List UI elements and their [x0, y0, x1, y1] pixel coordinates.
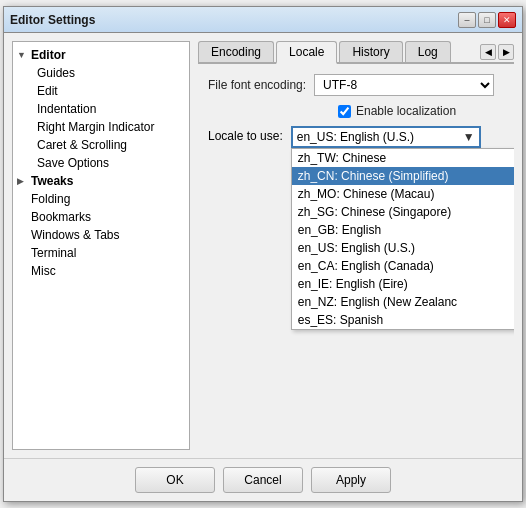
tree-label-caret: Caret & Scrolling [37, 138, 127, 152]
tree-item-terminal[interactable]: Terminal [13, 244, 189, 262]
tree-label-folding: Folding [31, 192, 70, 206]
locale-option-en-nz[interactable]: en_NZ: English (New Zealanc [292, 293, 514, 311]
button-bar: OK Cancel Apply [4, 458, 522, 501]
tree-label-tweaks: Tweaks [31, 174, 73, 188]
locale-option-en-us[interactable]: en_US: English (U.S.) [292, 239, 514, 257]
apply-button[interactable]: Apply [311, 467, 391, 493]
tree-label-terminal: Terminal [31, 246, 76, 260]
close-button[interactable]: ✕ [498, 12, 516, 28]
locale-option-zh-mo[interactable]: zh_MO: Chinese (Macau) [292, 185, 514, 203]
tree-item-misc[interactable]: Misc [13, 262, 189, 280]
ok-button[interactable]: OK [135, 467, 215, 493]
tree-label-bookmarks: Bookmarks [31, 210, 91, 224]
tab-log[interactable]: Log [405, 41, 451, 62]
window-title: Editor Settings [10, 13, 95, 27]
tree-arrow-editor: ▼ [17, 50, 29, 60]
tree-label-right-margin: Right Margin Indicator [37, 120, 154, 134]
encoding-select[interactable]: UTF-8 UTF-16 ISO-8859-1 ASCII [314, 74, 494, 96]
tree-item-editor[interactable]: ▼ Editor [13, 46, 189, 64]
cancel-button[interactable]: Cancel [223, 467, 303, 493]
tree-label-edit: Edit [37, 84, 58, 98]
locale-dropdown-arrow-icon: ▼ [463, 130, 475, 144]
locale-dropdown-list: zh_TW: Chinese zh_CN: Chinese (Simplifie… [291, 148, 514, 330]
localization-checkbox[interactable] [338, 105, 351, 118]
locale-selected-value: en_US: English (U.S.) [297, 130, 414, 144]
tree-label-guides: Guides [37, 66, 75, 80]
right-panel: Encoding Locale History Log ◀ ▶ [198, 41, 514, 450]
editor-settings-window: Editor Settings – □ ✕ ▼ Editor Guides [3, 6, 523, 502]
tree-arrow-tweaks: ▶ [17, 176, 29, 186]
encoding-row: File font encoding: UTF-8 UTF-16 ISO-885… [208, 74, 504, 96]
tree-item-edit[interactable]: Edit [13, 82, 189, 100]
tab-nav: ◀ ▶ [480, 44, 514, 62]
locale-label: Locale to use: [208, 126, 283, 143]
tree-label-save-options: Save Options [37, 156, 109, 170]
tree-label-editor: Editor [31, 48, 66, 62]
locale-option-zh-tw[interactable]: zh_TW: Chinese [292, 149, 514, 167]
tree-label-windows-tabs: Windows & Tabs [31, 228, 119, 242]
locale-select-container: en_US: English (U.S.) ▼ zh_TW: Chinese z… [291, 126, 504, 148]
maximize-button[interactable]: □ [478, 12, 496, 28]
window-body: ▼ Editor Guides Edit Indentation [4, 33, 522, 458]
tab-history[interactable]: History [339, 41, 402, 62]
tree-label-misc: Misc [31, 264, 56, 278]
tree-item-tweaks[interactable]: ▶ Tweaks [13, 172, 189, 190]
locale-option-en-ca[interactable]: en_CA: English (Canada) [292, 257, 514, 275]
localization-label[interactable]: Enable localization [356, 104, 456, 118]
tree-item-caret[interactable]: Caret & Scrolling [13, 136, 189, 154]
locale-option-en-gb[interactable]: en_GB: English [292, 221, 514, 239]
locale-option-es-es[interactable]: es_ES: Spanish [292, 311, 514, 329]
tree-item-indentation[interactable]: Indentation [13, 100, 189, 118]
content-area: File font encoding: UTF-8 UTF-16 ISO-885… [198, 64, 514, 450]
tab-locale[interactable]: Locale [276, 41, 337, 64]
locale-option-zh-cn[interactable]: zh_CN: Chinese (Simplified) [292, 167, 514, 185]
tree-item-save-options[interactable]: Save Options [13, 154, 189, 172]
tab-bar: Encoding Locale History Log ◀ ▶ [198, 41, 514, 64]
locale-dropdown-header[interactable]: en_US: English (U.S.) ▼ [291, 126, 481, 148]
tree-item-folding[interactable]: Folding [13, 190, 189, 208]
minimize-button[interactable]: – [458, 12, 476, 28]
locale-row: Locale to use: en_US: English (U.S.) ▼ z… [208, 126, 504, 148]
locale-option-en-ie[interactable]: en_IE: English (Eire) [292, 275, 514, 293]
tab-nav-right[interactable]: ▶ [498, 44, 514, 60]
tree-item-guides[interactable]: Guides [13, 64, 189, 82]
tree-item-right-margin[interactable]: Right Margin Indicator [13, 118, 189, 136]
tab-encoding[interactable]: Encoding [198, 41, 274, 62]
tree-panel: ▼ Editor Guides Edit Indentation [12, 41, 190, 450]
localization-row: Enable localization [338, 104, 504, 118]
title-bar-controls: – □ ✕ [458, 12, 516, 28]
encoding-label: File font encoding: [208, 78, 306, 92]
locale-option-zh-sg[interactable]: zh_SG: Chinese (Singapore) [292, 203, 514, 221]
title-bar: Editor Settings – □ ✕ [4, 7, 522, 33]
tab-nav-left[interactable]: ◀ [480, 44, 496, 60]
tree-item-bookmarks[interactable]: Bookmarks [13, 208, 189, 226]
tree-item-windows-tabs[interactable]: Windows & Tabs [13, 226, 189, 244]
tree-label-indentation: Indentation [37, 102, 96, 116]
